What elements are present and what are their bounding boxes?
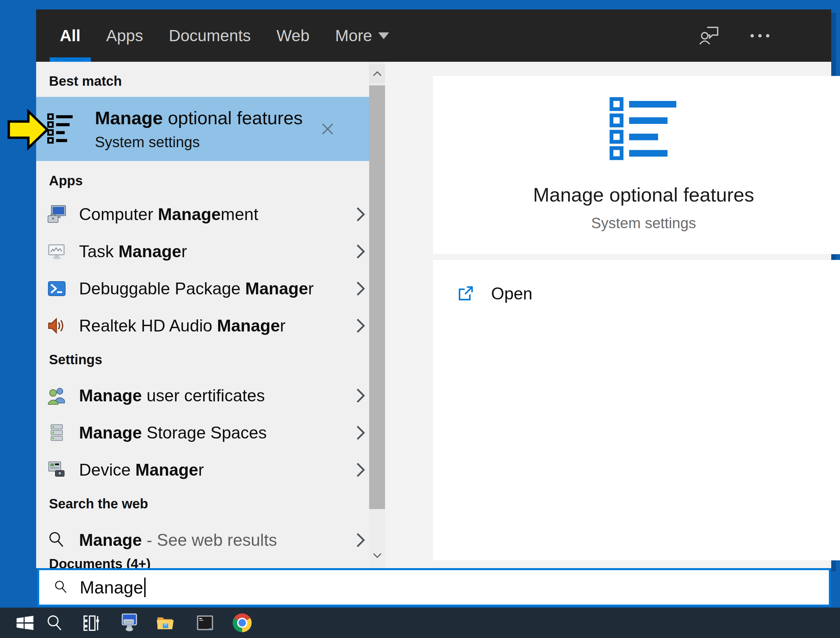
preview-subtitle: System settings: [591, 215, 696, 232]
result-manage-user-certificates[interactable]: Manage user certificates: [36, 377, 369, 414]
windows-logo-icon: [16, 614, 34, 632]
tab-documents-label: Documents: [169, 26, 251, 45]
tab-more[interactable]: More: [335, 26, 389, 45]
text-cursor: [144, 578, 146, 597]
scroll-down-button[interactable]: [369, 546, 385, 565]
chevron-right-icon[interactable]: [356, 463, 365, 477]
result-label: Manage Storage Spaces: [79, 423, 267, 442]
search-the-web-heading: Search the web: [49, 494, 148, 514]
chevron-right-icon[interactable]: [356, 388, 365, 403]
results-scrollbar[interactable]: [369, 62, 385, 568]
chevron-up-icon: [373, 71, 382, 76]
result-label: Manage user certificates: [79, 386, 265, 406]
chevron-right-icon[interactable]: [356, 318, 365, 333]
tab-apps-label: Apps: [106, 26, 143, 45]
annotation-arrow: [6, 107, 50, 153]
user-certificates-icon: [47, 386, 66, 405]
feedback-user-icon[interactable]: [699, 26, 719, 46]
result-task-manager[interactable]: Task Manager: [36, 233, 369, 270]
best-match-result[interactable]: Manage optional features System settings: [36, 97, 369, 161]
results-panel: Best match Manage optional features Syst…: [36, 62, 369, 568]
computer-management-icon: [47, 205, 66, 224]
ellipsis-icon[interactable]: [750, 32, 770, 39]
result-label: Debuggable Package Manager: [79, 279, 314, 298]
remote-desktop-shortcut[interactable]: [114, 608, 144, 638]
preview-panel: Manage optional features System settings…: [385, 62, 831, 568]
result-label: Computer Management: [79, 205, 258, 224]
storage-spaces-icon: [47, 423, 66, 442]
tab-apps[interactable]: Apps: [106, 26, 143, 45]
search-flyout-window: All Apps Documents Web More: [36, 9, 831, 568]
optional-features-icon-large: [609, 96, 678, 161]
console-icon: [196, 613, 215, 632]
tab-all[interactable]: All: [60, 26, 81, 45]
best-match-heading: Best match: [49, 71, 122, 91]
search-query-text: Manage: [80, 577, 143, 597]
chevron-right-icon[interactable]: [356, 425, 365, 440]
preview-actions-card: Open: [433, 260, 840, 561]
chevron-down-icon: [373, 553, 382, 558]
taskbar: [0, 608, 840, 638]
result-label: Task Manager: [79, 242, 187, 261]
chrome-icon: [233, 613, 252, 632]
search-filter-header: All Apps Documents Web More: [36, 9, 831, 62]
search-input[interactable]: Manage: [37, 568, 831, 606]
open-action[interactable]: Open: [433, 280, 840, 308]
open-label: Open: [491, 284, 532, 303]
preview-title: Manage optional features: [533, 183, 754, 206]
computer-keyboard-icon: [120, 613, 138, 632]
preview-card: Manage optional features System settings: [433, 76, 840, 254]
result-label: Device Manager: [79, 460, 204, 480]
active-tab-indicator: [50, 57, 91, 62]
task-manager-icon: [47, 242, 66, 261]
tab-all-label: All: [60, 26, 81, 45]
chevron-right-icon[interactable]: [356, 533, 365, 548]
apps-heading: Apps: [49, 171, 83, 191]
desktop-background: All Apps Documents Web More: [0, 0, 840, 638]
result-manage-storage-spaces[interactable]: Manage Storage Spaces: [36, 414, 369, 451]
close-icon[interactable]: [321, 123, 334, 135]
start-button[interactable]: [11, 608, 40, 638]
tab-more-label: More: [335, 26, 372, 45]
best-match-subtitle: System settings: [95, 134, 303, 150]
tab-documents[interactable]: Documents: [169, 26, 251, 45]
optional-features-icon: [47, 113, 73, 145]
chrome-shortcut[interactable]: [228, 608, 257, 638]
task-view-icon: [83, 613, 102, 632]
best-match-title: Manage optional features: [95, 107, 303, 128]
chevron-down-icon: [378, 32, 389, 39]
settings-heading: Settings: [49, 349, 102, 370]
task-view-button[interactable]: [78, 608, 107, 638]
result-computer-management[interactable]: Computer Management: [36, 196, 369, 233]
search-icon: [53, 580, 69, 595]
scroll-up-button[interactable]: [369, 65, 385, 83]
result-web-search[interactable]: Manage - See web results: [36, 521, 369, 559]
result-debuggable-package-manager[interactable]: Debuggable Package Manager: [36, 270, 369, 307]
chevron-right-icon[interactable]: [356, 281, 365, 296]
search-icon: [45, 614, 63, 632]
powershell-icon: [47, 279, 66, 298]
tab-web[interactable]: Web: [277, 26, 310, 45]
documents-heading: Documents (4+): [49, 554, 151, 568]
chevron-right-icon[interactable]: [356, 244, 365, 259]
result-label: Manage - See web results: [79, 530, 277, 550]
speaker-icon: [47, 316, 66, 335]
result-label: Realtek HD Audio Manager: [79, 316, 285, 336]
command-prompt-shortcut[interactable]: [190, 608, 220, 638]
web-search-icon: [47, 531, 66, 550]
filter-tabs: All Apps Documents Web More: [60, 9, 389, 62]
folder-icon: [156, 613, 175, 632]
taskbar-search-button[interactable]: [40, 608, 69, 638]
result-realtek-audio-manager[interactable]: Realtek HD Audio Manager: [36, 307, 369, 344]
tab-web-label: Web: [277, 26, 310, 45]
chevron-right-icon[interactable]: [356, 207, 365, 222]
scrollbar-thumb[interactable]: [369, 85, 385, 509]
file-explorer-shortcut[interactable]: [151, 608, 180, 638]
best-match-title-bold: Manage: [95, 108, 163, 128]
result-device-manager[interactable]: Device Manager: [36, 451, 369, 488]
open-external-icon: [457, 286, 473, 302]
device-manager-icon: [47, 460, 66, 479]
best-match-title-rest: optional features: [163, 108, 303, 128]
